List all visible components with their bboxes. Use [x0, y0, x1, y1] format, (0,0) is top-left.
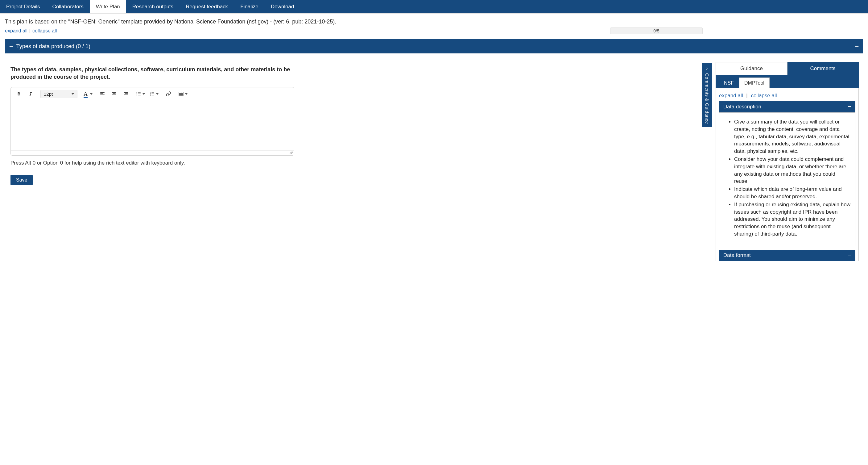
expand-all-link[interactable]: expand all — [5, 28, 27, 34]
guidance-expand-all-link[interactable]: expand all — [719, 93, 743, 98]
tab-label: Guidance — [740, 65, 763, 71]
italic-icon — [28, 91, 33, 96]
save-button[interactable]: Save — [10, 175, 33, 185]
collapse-icon-right: − — [855, 42, 859, 50]
tab-label: Research outputs — [132, 4, 173, 10]
section-body: The types of data, samples, physical col… — [5, 53, 863, 261]
tab-label: DMPTool — [744, 80, 764, 86]
template-note: This plan is based on the "NSF-GEN: Gene… — [5, 19, 863, 25]
guidance-subtabs: Guidance Comments — [716, 62, 859, 75]
chevron-down-icon — [90, 93, 93, 95]
section-title: Types of data produced (0 / 1) — [17, 43, 90, 50]
tab-request-feedback[interactable]: Request feedback — [180, 0, 234, 13]
italic-button[interactable] — [27, 90, 34, 97]
rte-help-text: Press Alt 0 or Option 0 for help using t… — [10, 160, 294, 166]
chevron-down-icon — [185, 93, 188, 95]
chevron-down-icon — [156, 93, 159, 95]
tab-label: Request feedback — [186, 4, 228, 10]
guidance-section-title: Data description — [723, 104, 761, 110]
collapse-icon: − — [9, 43, 13, 50]
tab-label: Project Details — [6, 4, 40, 10]
svg-point-1 — [136, 93, 137, 94]
table-icon — [178, 91, 184, 97]
tab-project-details[interactable]: Project Details — [0, 0, 46, 13]
align-center-icon — [111, 91, 117, 97]
progress-indicator: 0/5 — [610, 27, 703, 34]
tab-collaborators[interactable]: Collaborators — [46, 0, 90, 13]
tab-label: NSF — [724, 80, 734, 86]
rich-text-editor: 12pt A — [10, 87, 294, 155]
rte-toolbar: 12pt A — [11, 87, 294, 101]
chevron-down-icon — [71, 93, 74, 95]
tab-download[interactable]: Download — [265, 0, 301, 13]
comments-guidance-label: Comments & Guidance — [705, 73, 710, 124]
tab-comments[interactable]: Comments — [787, 62, 859, 75]
align-right-icon — [123, 91, 129, 97]
comments-guidance-toggle[interactable]: › Comments & Guidance — [702, 63, 712, 127]
tab-label: Comments — [810, 65, 835, 71]
rte-resize-handle[interactable] — [11, 150, 294, 155]
bold-button[interactable] — [15, 90, 23, 97]
tab-guidance[interactable]: Guidance — [716, 62, 787, 75]
svg-text:3: 3 — [150, 94, 151, 96]
separator: | — [29, 28, 31, 34]
collapse-all-link[interactable]: collapse all — [32, 28, 57, 34]
align-right-button[interactable] — [122, 90, 129, 97]
guidance-bullet-list: Give a summary of the data you will coll… — [724, 118, 851, 238]
text-color-button[interactable]: A — [84, 91, 93, 97]
tab-write-plan[interactable]: Write Plan — [90, 0, 126, 13]
separator: | — [746, 93, 747, 98]
collapse-icon: − — [848, 252, 851, 258]
guidance-collapse-all-link[interactable]: collapse all — [751, 93, 777, 98]
font-size-value: 12pt — [44, 91, 53, 97]
bold-icon — [17, 91, 21, 96]
guidance-bullet: Give a summary of the data you will coll… — [734, 118, 851, 155]
source-tab-nsf[interactable]: NSF — [719, 78, 739, 88]
numbered-list-icon: 123 — [149, 91, 155, 97]
guidance-source-tabs: NSF DMPTool — [716, 75, 859, 88]
font-size-select[interactable]: 12pt — [40, 90, 78, 98]
tab-label: Finalize — [240, 4, 258, 10]
table-button[interactable] — [178, 90, 188, 97]
guidance-expand-row: expand all | collapse all — [716, 91, 859, 101]
section-header[interactable]: − Types of data produced (0 / 1) − — [5, 39, 863, 53]
guidance-section-title: Data format — [723, 252, 751, 258]
tab-label: Write Plan — [96, 4, 120, 10]
chevron-right-icon: › — [706, 66, 708, 71]
tab-label: Collaborators — [53, 4, 84, 10]
tab-finalize[interactable]: Finalize — [234, 0, 265, 13]
text-color-icon: A — [84, 91, 88, 97]
expand-collapse-row: expand all | collapse all 0/5 — [5, 27, 863, 34]
svg-point-2 — [136, 95, 137, 96]
top-nav: Project Details Collaborators Write Plan… — [0, 0, 868, 13]
tab-label: Download — [271, 4, 294, 10]
guidance-bullet: Consider how your data could complement … — [734, 155, 851, 185]
bullet-list-icon — [136, 91, 141, 97]
align-left-icon — [100, 91, 105, 97]
align-center-button[interactable] — [111, 90, 118, 97]
bullet-list-button[interactable] — [136, 90, 145, 97]
tab-research-outputs[interactable]: Research outputs — [126, 0, 180, 13]
guidance-section-header-data-description[interactable]: Data description − — [719, 101, 855, 112]
rte-textarea[interactable] — [11, 101, 294, 150]
link-button[interactable] — [165, 90, 172, 97]
svg-point-0 — [136, 92, 137, 93]
chevron-down-icon — [143, 93, 145, 95]
editor-column: The types of data, samples, physical col… — [5, 53, 702, 261]
guidance-section-body: Give a summary of the data you will coll… — [719, 112, 855, 246]
link-icon — [166, 91, 171, 97]
source-tab-dmptool[interactable]: DMPTool — [739, 78, 770, 88]
numbered-list-button[interactable]: 123 — [149, 90, 159, 97]
guidance-body: expand all | collapse all Data descripti… — [716, 88, 859, 261]
guidance-panel: Guidance Comments NSF DMPTool expand all… — [712, 53, 863, 261]
collapse-icon: − — [848, 104, 851, 110]
question-text: The types of data, samples, physical col… — [10, 66, 294, 81]
guidance-bullet: If purchasing or reusing existing data, … — [734, 201, 851, 238]
guidance-section-header-data-format[interactable]: Data format − — [719, 250, 855, 261]
align-left-button[interactable] — [99, 90, 106, 97]
guidance-bullet: Indicate which data are of long-term val… — [734, 185, 851, 200]
